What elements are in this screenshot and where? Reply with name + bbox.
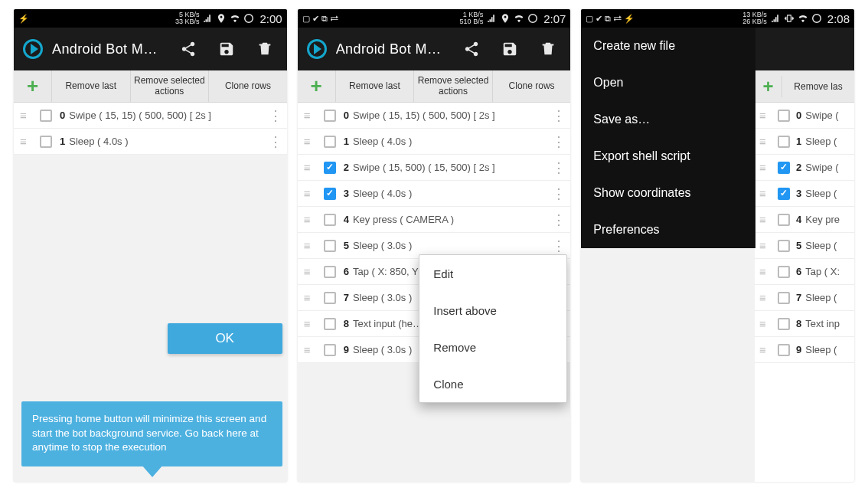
row-menu-button[interactable]: ⋮ [552,237,566,254]
row-text: Key press ( CAMERA ) [353,214,552,225]
remove-last-button[interactable]: Remove last [336,70,415,102]
row-checkbox[interactable] [778,318,790,330]
row-checkbox[interactable] [40,136,52,148]
row-menu-button[interactable]: ⋮ [269,133,282,150]
row-checkbox[interactable] [324,162,336,174]
row-checkbox[interactable] [778,162,790,174]
drag-handle-icon[interactable]: ≡ [759,161,773,174]
drag-handle-icon[interactable]: ≡ [304,109,318,122]
app-logo-icon[interactable] [307,39,327,59]
action-row[interactable]: ≡1Sleep ( [755,129,854,155]
row-checkbox[interactable] [40,110,52,122]
drag-handle-icon[interactable]: ≡ [759,187,773,200]
row-menu-button[interactable]: ⋮ [552,159,566,176]
delete-button[interactable] [249,33,281,65]
action-row[interactable]: ≡4Key press ( CAMERA )⋮ [298,207,571,233]
remove-selected-button[interactable]: Remove selected actions [414,70,493,102]
delete-button[interactable] [532,33,564,65]
drag-handle-icon[interactable]: ≡ [20,109,34,122]
drag-handle-icon[interactable]: ≡ [20,135,34,148]
drag-handle-icon[interactable]: ≡ [304,291,318,304]
overflow-menu-item[interactable]: Create new file [581,28,755,64]
add-action-button[interactable]: + [755,76,782,97]
save-button[interactable] [210,33,243,65]
remove-selected-button[interactable]: Remove selected actions [131,70,210,102]
action-row[interactable]: ≡2Swipe ( [755,155,854,181]
drag-handle-icon[interactable]: ≡ [759,317,773,330]
drag-handle-icon[interactable]: ≡ [304,343,318,356]
action-row[interactable]: ≡6Tap ( X: [755,259,854,285]
remove-last-button[interactable]: Remove las [782,81,854,92]
drag-handle-icon[interactable]: ≡ [759,213,773,226]
drag-handle-icon[interactable]: ≡ [304,187,318,200]
drag-handle-icon[interactable]: ≡ [304,135,318,148]
row-checkbox[interactable] [778,344,790,356]
drag-handle-icon[interactable]: ≡ [304,161,318,174]
row-checkbox[interactable] [778,266,790,278]
row-checkbox[interactable] [778,188,790,200]
partial-content: + Remove las ≡0Swipe (≡1Sleep (≡2Swipe (… [755,28,854,482]
drag-handle-icon[interactable]: ≡ [759,291,773,304]
action-row[interactable]: ≡7Sleep ( [755,285,854,311]
drag-handle-icon[interactable]: ≡ [759,239,773,252]
action-row[interactable]: ≡4Key pre [755,207,854,233]
action-row[interactable]: ≡3Sleep ( [755,181,854,207]
row-menu-button[interactable]: ⋮ [552,185,566,202]
context-menu-item[interactable]: Edit [419,255,566,292]
row-checkbox[interactable] [778,136,790,148]
row-checkbox[interactable] [324,214,336,226]
context-menu-item[interactable]: Remove [419,329,566,365]
row-checkbox[interactable] [324,136,336,148]
drag-handle-icon[interactable]: ≡ [759,109,773,122]
drag-handle-icon[interactable]: ≡ [304,239,318,252]
row-checkbox[interactable] [778,214,790,226]
overflow-menu-item[interactable]: Open [581,64,755,101]
row-menu-button[interactable]: ⋮ [552,211,566,228]
row-checkbox[interactable] [324,318,336,330]
row-checkbox[interactable] [324,292,336,304]
clone-rows-button[interactable]: Clone rows [493,70,571,102]
add-action-button[interactable]: + [14,70,52,102]
drag-handle-icon[interactable]: ≡ [304,213,318,226]
drag-handle-icon[interactable]: ≡ [304,265,318,278]
row-checkbox[interactable] [324,240,336,252]
row-checkbox[interactable] [778,292,790,304]
action-row[interactable]: ≡9Sleep ( [755,337,854,363]
share-button[interactable] [455,33,488,65]
row-checkbox[interactable] [324,266,336,278]
overflow-menu-item[interactable]: Preferences [581,211,755,248]
row-menu-button[interactable]: ⋮ [552,107,566,124]
action-row[interactable]: ≡0Swipe ( [755,103,854,129]
context-menu-item[interactable]: Insert above [419,292,566,329]
action-row[interactable]: ≡3Sleep ( 4.0s )⋮ [298,181,571,207]
remove-last-button[interactable]: Remove last [52,70,131,102]
overflow-menu-item[interactable]: Save as… [581,101,755,138]
save-button[interactable] [494,33,526,65]
row-menu-button[interactable]: ⋮ [269,107,282,124]
drag-handle-icon[interactable]: ≡ [759,343,773,356]
action-row[interactable]: ≡2Swipe ( 15, 500) ( 15, 500) [ 2s ]⋮ [298,155,571,181]
row-checkbox[interactable] [324,110,336,122]
row-checkbox[interactable] [778,240,790,252]
row-checkbox[interactable] [324,188,336,200]
row-menu-button[interactable]: ⋮ [552,133,566,150]
action-row[interactable]: ≡0Swipe ( 15, 15) ( 500, 500) [ 2s ]⋮ [14,103,287,129]
drag-handle-icon[interactable]: ≡ [759,265,773,278]
action-row[interactable]: ≡1Sleep ( 4.0s )⋮ [298,129,571,155]
app-logo-icon[interactable] [23,39,43,59]
action-row[interactable]: ≡1Sleep ( 4.0s )⋮ [14,129,287,155]
drag-handle-icon[interactable]: ≡ [759,135,773,148]
action-row[interactable]: ≡0Swipe ( 15, 15) ( 500, 500) [ 2s ]⋮ [298,103,571,129]
action-row[interactable]: ≡5Sleep ( [755,233,854,259]
action-row[interactable]: ≡8Text inp [755,311,854,337]
clone-rows-button[interactable]: Clone rows [209,70,287,102]
ok-button[interactable]: OK [168,323,282,354]
context-menu-item[interactable]: Clone [419,365,566,402]
overflow-menu-item[interactable]: Show coordinates [581,175,755,211]
share-button[interactable] [172,33,204,65]
row-checkbox[interactable] [324,344,336,356]
add-action-button[interactable]: + [298,70,336,102]
drag-handle-icon[interactable]: ≡ [304,317,318,330]
row-checkbox[interactable] [778,110,790,122]
overflow-menu-item[interactable]: Export shell script [581,138,755,175]
